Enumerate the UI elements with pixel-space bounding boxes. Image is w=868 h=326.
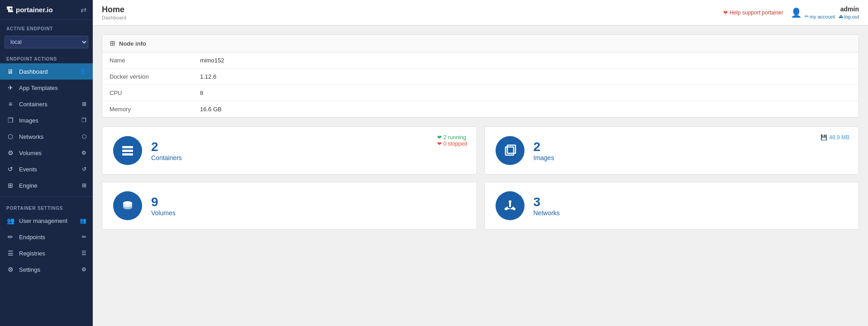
sidebar-item-registries[interactable]: ☰ Registries ☰ bbox=[0, 245, 93, 261]
sidebar-item-label-containers: Containers bbox=[19, 101, 77, 108]
running-text: 2 running bbox=[444, 134, 466, 141]
admin-links: ✏ my account ⏏ log out bbox=[805, 14, 859, 19]
networks-svg-icon bbox=[502, 198, 518, 213]
support-link[interactable]: ❤ Help support portainer bbox=[723, 9, 783, 16]
svg-rect-13 bbox=[512, 207, 514, 208]
topbar-right: ❤ Help support portainer 👤 admin ✏ my ac… bbox=[723, 5, 859, 19]
sidebar-item-user-management[interactable]: 👥 User management 👥 bbox=[0, 213, 93, 229]
node-name-value: mimo152 bbox=[193, 52, 858, 69]
volumes-label: Volumes bbox=[151, 209, 176, 217]
sidebar-item-containers[interactable]: ≡ Containers ⊞ bbox=[0, 96, 93, 112]
table-row: Docker version 1.12.6 bbox=[102, 69, 858, 85]
sidebar-item-label-app-templates: App Templates bbox=[19, 85, 86, 91]
sidebar-item-settings[interactable]: ⚙ Settings ⚙ bbox=[0, 261, 93, 278]
images-size-value: 48.9 MB bbox=[829, 134, 849, 141]
endpoint-select[interactable]: local bbox=[5, 36, 88, 48]
dashboard-icon: 🖥 bbox=[6, 68, 14, 75]
admin-name: admin bbox=[805, 5, 859, 13]
account-icon: ✏ bbox=[805, 14, 809, 19]
table-row: CPU 8 bbox=[102, 85, 858, 101]
events-icon: ↺ bbox=[6, 165, 14, 173]
networks-label: Networks bbox=[534, 209, 560, 217]
images-icon-circle bbox=[496, 136, 525, 165]
containers-icon-circle bbox=[113, 136, 142, 165]
containers-icon-right: ⊞ bbox=[82, 101, 86, 107]
sidebar-item-label-settings: Settings bbox=[19, 266, 77, 273]
my-account-label: my account bbox=[810, 14, 835, 19]
node-info-table: Name mimo152 Docker version 1.12.6 CPU 8… bbox=[102, 52, 858, 117]
networks-count: 3 bbox=[534, 195, 560, 209]
my-account-link[interactable]: ✏ my account bbox=[805, 14, 835, 19]
sidebar-item-label-dashboard: Dashboard bbox=[19, 68, 75, 75]
events-icon-right: ↺ bbox=[82, 166, 86, 172]
volumes-svg-icon bbox=[120, 198, 135, 213]
admin-avatar-icon: 👤 bbox=[791, 7, 802, 18]
sidebar-item-label-images: Images bbox=[19, 117, 77, 124]
user-management-icon: 👥 bbox=[6, 217, 14, 224]
topbar-left: Home Dashboard bbox=[102, 5, 126, 20]
images-icon: ❐ bbox=[6, 117, 14, 124]
sidebar-item-label-user-management: User management bbox=[19, 217, 75, 224]
docker-version-value: 1.12.6 bbox=[193, 69, 858, 85]
svg-rect-2 bbox=[122, 153, 133, 156]
sidebar-item-engine[interactable]: ⊞ Engine ⊞ bbox=[0, 177, 93, 194]
sidebar-item-events[interactable]: ↺ Events ↺ bbox=[0, 161, 93, 177]
images-stat-card[interactable]: 2 Images 💾 48.9 MB bbox=[484, 127, 859, 175]
containers-stopped: ❤ 0 stopped bbox=[437, 141, 467, 147]
images-svg-icon bbox=[503, 143, 517, 158]
images-count: 2 bbox=[534, 140, 554, 154]
sidebar-item-label-events: Events bbox=[19, 166, 77, 173]
volumes-icon: ⚙ bbox=[6, 149, 14, 156]
images-size-icon: 💾 bbox=[820, 134, 827, 141]
logo-icon: 🏗 bbox=[6, 6, 13, 14]
containers-status: ❤ 2 running ❤ 0 stopped bbox=[437, 134, 467, 147]
sidebar-toggle-icon[interactable]: ⇄ bbox=[81, 5, 86, 14]
sidebar-item-label-networks: Networks bbox=[19, 133, 77, 140]
volumes-stat-card[interactable]: 9 Volumes bbox=[102, 182, 477, 230]
endpoints-icon: ✏ bbox=[6, 233, 14, 241]
sidebar-item-dashboard[interactable]: 🖥 Dashboard 👤 bbox=[0, 63, 93, 80]
table-row: Memory 16.6 GB bbox=[102, 101, 858, 118]
log-out-label: log out bbox=[844, 14, 859, 19]
admin-section: 👤 admin ✏ my account ⏏ log out bbox=[791, 5, 859, 19]
images-label: Images bbox=[534, 154, 554, 161]
containers-label: Containers bbox=[151, 154, 182, 161]
sidebar-item-images[interactable]: ❐ Images ❐ bbox=[0, 112, 93, 128]
registries-icon-right: ☰ bbox=[81, 250, 86, 256]
svg-rect-3 bbox=[506, 147, 514, 155]
endpoint-select-wrapper: local bbox=[5, 36, 88, 48]
docker-version-key: Docker version bbox=[102, 69, 193, 85]
containers-icon: ≡ bbox=[6, 100, 14, 108]
networks-stat-card[interactable]: 3 Networks bbox=[484, 182, 859, 230]
svg-rect-4 bbox=[507, 145, 515, 153]
sidebar-item-networks[interactable]: ⬡ Networks ⬡ bbox=[0, 128, 93, 145]
logo: 🏗 portainer.io bbox=[6, 6, 53, 14]
volumes-icon-right: ⚙ bbox=[81, 150, 86, 156]
containers-stat-card[interactable]: 2 Containers ❤ 2 running ❤ 0 stopped bbox=[102, 127, 477, 175]
sidebar-item-app-templates[interactable]: ✈ App Templates bbox=[0, 80, 93, 96]
containers-count: 2 bbox=[151, 140, 182, 154]
containers-stat-info: 2 Containers bbox=[151, 140, 182, 161]
settings-icon-right: ⚙ bbox=[81, 266, 86, 273]
main-content: Home Dashboard ❤ Help support portainer … bbox=[93, 0, 868, 326]
breadcrumb: Dashboard bbox=[102, 15, 126, 20]
sidebar-item-volumes[interactable]: ⚙ Volumes ⚙ bbox=[0, 145, 93, 161]
node-info-title: Node info bbox=[119, 40, 146, 47]
admin-user-block: admin ✏ my account ⏏ log out bbox=[805, 5, 859, 19]
user-management-icon-right: 👥 bbox=[80, 217, 86, 224]
content-area: ⊞ Node info Name mimo152 Docker version … bbox=[93, 25, 868, 326]
cpu-key: CPU bbox=[102, 85, 193, 101]
sidebar-divider bbox=[0, 196, 93, 197]
sidebar-item-label-engine: Engine bbox=[19, 182, 77, 189]
images-stat-info: 2 Images bbox=[534, 140, 554, 161]
support-text: Help support portainer bbox=[730, 9, 783, 16]
topbar: Home Dashboard ❤ Help support portainer … bbox=[93, 0, 868, 25]
memory-key: Memory bbox=[102, 101, 193, 118]
node-info-header: ⊞ Node info bbox=[102, 35, 858, 52]
endpoint-actions-label: ENDPOINT ACTIONS bbox=[0, 50, 93, 63]
log-out-link[interactable]: ⏏ log out bbox=[839, 14, 859, 19]
sidebar-item-label-volumes: Volumes bbox=[19, 150, 77, 156]
logout-icon: ⏏ bbox=[839, 14, 843, 19]
sidebar-item-endpoints[interactable]: ✏ Endpoints ✏ bbox=[0, 229, 93, 245]
dashboard-icon-right: 👤 bbox=[80, 68, 86, 75]
